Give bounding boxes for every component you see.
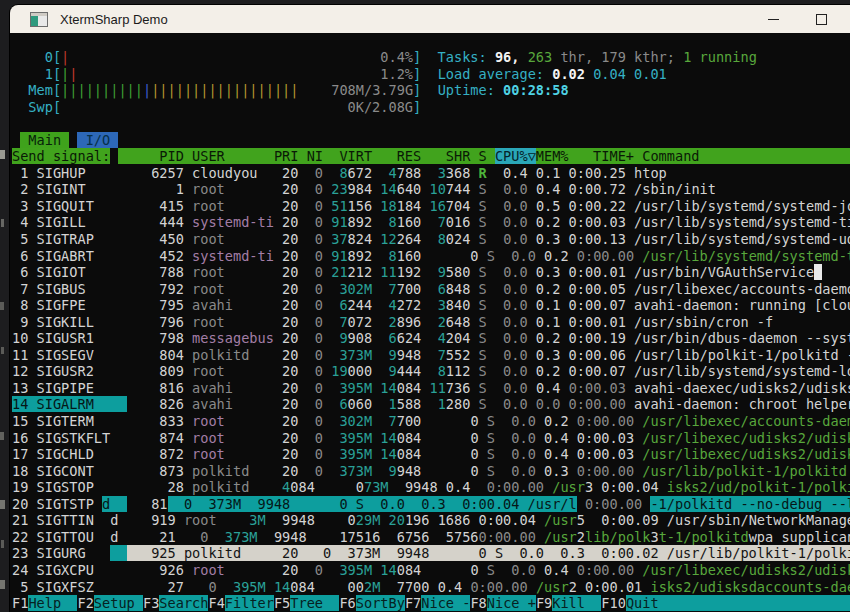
text[interactable]: 8 SIGFPE [12, 297, 135, 313]
user-text: messagebus [192, 330, 274, 346]
column-header[interactable]: MEM% TIME+ Command [536, 148, 850, 164]
fkey-label[interactable]: Search [159, 595, 208, 611]
number-text: 395M [339, 430, 372, 446]
tab-main[interactable]: Main [20, 132, 69, 148]
text: 824 [348, 231, 381, 247]
text[interactable]: F5 [274, 595, 290, 611]
tab-io[interactable]: I/O [77, 132, 118, 148]
dim-text: S 0.0 [487, 562, 536, 578]
dim-text: 0:00.00 [462, 579, 536, 595]
text[interactable]: F9 [536, 595, 552, 611]
text[interactable]: F8 [470, 595, 486, 611]
text[interactable]: 12 SIGUSR2 [12, 363, 135, 379]
text[interactable]: F6 [339, 595, 355, 611]
text: 798 [135, 330, 192, 346]
column-header[interactable]: Send signal: [12, 148, 110, 164]
number-text: 14 [380, 430, 396, 446]
selected-row-segment[interactable]: 14 SIGALRM [12, 396, 127, 412]
maximize-button[interactable] [799, 5, 843, 33]
text: 3 [650, 529, 658, 545]
number-text: 9 [389, 347, 397, 363]
dim-text: S 0.0 [479, 214, 528, 230]
text[interactable]: 6 SIGIOT [12, 264, 135, 280]
dim-text: S 0.0 [487, 430, 536, 446]
text[interactable]: 19 SIGSTOP [12, 479, 135, 495]
text: 20 [274, 248, 299, 264]
selected-row-segment: 0 373M 9948 0 S 0.0 0.3 0:00.04 /usr/l [168, 496, 577, 512]
number-text: 18 [380, 198, 396, 214]
command-text: /usr/lib/polkit-1/polkitd -- [642, 463, 850, 479]
terminal-line-11: 5 SIGTRAP 450 root 20 0 37824 12264 8024… [12, 231, 850, 248]
text: 0.3 0:00.06 /usr/lib/polkit-1/polkitd -- [528, 347, 850, 363]
column-header[interactable]: PID USER PRI NI VIRT RES SHR S [118, 148, 494, 164]
text[interactable]: 17 SIGCHLD [12, 446, 135, 462]
text[interactable]: F10 [601, 595, 626, 611]
number-text: 3 [438, 165, 446, 181]
app-window: XtermSharp Demo 0[| 0.4%] Tasks: 96, 263… [10, 5, 850, 612]
fkey-label[interactable]: Quit [626, 595, 850, 611]
fkey-label[interactable]: Help [28, 595, 77, 611]
text[interactable]: 24 SIGXCPU [12, 562, 135, 578]
sort-column-header[interactable]: CPU%▽ [495, 148, 536, 164]
text[interactable]: 20 SIGTSTP [12, 496, 102, 512]
text[interactable]: 2 SIGINT [12, 181, 135, 197]
text: 20 [274, 214, 299, 230]
text[interactable]: 5 SIGXFSZ [12, 579, 135, 595]
number-text: 395M [339, 446, 372, 462]
label-text: Mem[ [12, 82, 61, 98]
text[interactable]: 3 SIGQUIT [12, 198, 135, 214]
text[interactable]: 23 SIGURG [12, 545, 110, 561]
text: 0.4 [528, 380, 561, 396]
terminal[interactable]: 0[| 0.4%] Tasks: 96, 263 thr, 179 kthr; … [10, 33, 850, 612]
text[interactable]: 22 SIGTTOU d [12, 529, 135, 545]
fkey-label[interactable]: Nice + [487, 595, 536, 611]
text[interactable]: F2 [77, 595, 93, 611]
fkey-label[interactable]: Kill [552, 595, 601, 611]
text[interactable]: 11 SIGSEGV [12, 347, 135, 363]
fkey-label[interactable]: Setup [94, 595, 143, 611]
text[interactable]: 1 SIGHUP [12, 165, 135, 181]
background-fragment [0, 432, 4, 440]
terminal-line-32: 5 SIGXFSZ 27 0 395M 14084 002M 7700 0.4 … [12, 579, 850, 596]
number-text: 1 [389, 396, 397, 412]
number-text: 4 [389, 297, 397, 313]
text: 0.1 0:00.01 /usr/sbin/cron -f [528, 314, 774, 330]
text[interactable]: F3 [143, 595, 159, 611]
dim-text: 0 [298, 198, 323, 214]
text[interactable]: 9 SIGKILL [12, 314, 135, 330]
text [274, 479, 282, 495]
text: 873 [135, 463, 192, 479]
text[interactable]: 10 SIGUSR1 [12, 330, 135, 346]
dim-text: S 0.0 [479, 363, 528, 379]
text: 792 [135, 281, 192, 297]
fkey-label[interactable]: Filter [225, 595, 274, 611]
text [323, 380, 339, 396]
text: 9948 [266, 512, 348, 528]
text[interactable]: 21 SIGTTIN d [12, 512, 135, 528]
text[interactable]: 4 SIGILL [12, 214, 135, 230]
fkey-label[interactable]: Tree [290, 595, 339, 611]
text[interactable]: F4 [208, 595, 224, 611]
text: 244 [348, 297, 389, 313]
text[interactable]: 7 SIGBUS [12, 281, 135, 297]
text[interactable]: 13 SIGPIPE [12, 380, 135, 396]
text: 9948 0.4 [389, 479, 471, 495]
text[interactable]: 5 SIGTRAP [12, 231, 135, 247]
text[interactable]: 15 SIGTERM [12, 413, 135, 429]
text[interactable]: F1 [12, 595, 28, 611]
text[interactable]: F7 [405, 595, 421, 611]
fkey-label[interactable]: Nice - [421, 595, 470, 611]
number-text: 8 [389, 214, 397, 230]
number-text: 20 [389, 512, 405, 528]
minimize-button[interactable] [751, 5, 795, 33]
text: 0.3 0:00.01 /usr/bin/VGAuthService [528, 264, 814, 280]
text[interactable]: 16 SIGSTKFLT [12, 430, 135, 446]
text: 648 [446, 314, 479, 330]
text[interactable]: 6 SIGABRT [12, 248, 135, 264]
dim-text: 0 [298, 330, 323, 346]
dim-text: 0:00.00 [569, 248, 643, 264]
titlebar[interactable]: XtermSharp Demo [10, 5, 850, 33]
fkey-label[interactable]: SortBy [356, 595, 405, 611]
text: 0.2 0:00.05 /usr/libexec/accounts-daemon [528, 281, 850, 297]
text[interactable]: 18 SIGCONT [12, 463, 135, 479]
